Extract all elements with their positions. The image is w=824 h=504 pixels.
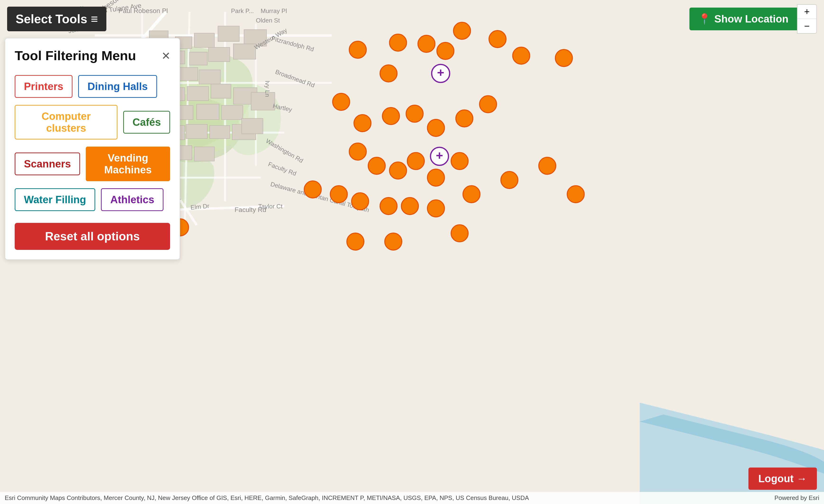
svg-rect-40 xyxy=(221,105,243,120)
svg-rect-23 xyxy=(208,47,230,61)
svg-rect-45 xyxy=(210,126,230,139)
show-location-label: Show Location xyxy=(714,13,789,25)
dining-filter-button[interactable]: Dining Halls xyxy=(78,75,157,98)
filter-row-3: Scanners Vending Machines xyxy=(15,147,170,181)
svg-rect-16 xyxy=(194,33,214,47)
cafes-filter-button[interactable]: Cafés xyxy=(123,111,170,134)
vending-filter-button[interactable]: Vending Machines xyxy=(86,147,170,181)
filter-row-1: Printers Dining Halls xyxy=(15,75,170,98)
reset-button[interactable]: Reset all options xyxy=(15,223,170,250)
attribution-bar: Esri Community Maps Contributors, Mercer… xyxy=(0,492,824,504)
svg-rect-54 xyxy=(242,118,263,134)
zoom-controls: + − xyxy=(797,4,817,34)
show-location-button[interactable]: 📍 Show Location xyxy=(690,8,797,30)
svg-rect-34 xyxy=(211,84,231,98)
filter-menu-title: Tool Filtering Menu xyxy=(15,48,136,63)
svg-rect-22 xyxy=(190,52,207,65)
filter-menu-header: Tool Filtering Menu × xyxy=(15,48,170,63)
svg-rect-28 xyxy=(179,68,198,81)
svg-rect-29 xyxy=(199,70,220,84)
svg-rect-33 xyxy=(187,87,208,101)
svg-rect-17 xyxy=(218,26,239,41)
logout-button[interactable]: Logout → xyxy=(748,468,817,490)
svg-rect-55 xyxy=(251,92,275,110)
svg-rect-39 xyxy=(197,104,219,120)
filter-menu: Tool Filtering Menu × Printers Dining Ha… xyxy=(5,38,180,260)
select-tools-label: Select Tools ≡ xyxy=(16,12,98,26)
location-icon: 📍 xyxy=(698,13,711,25)
attribution-text: Esri Community Maps Contributors, Mercer… xyxy=(5,494,529,502)
svg-text:Park P...: Park P... xyxy=(231,7,254,14)
filter-menu-close-button[interactable]: × xyxy=(162,48,170,63)
svg-text:Olden St: Olden St xyxy=(256,17,280,24)
scanners-filter-button[interactable]: Scanners xyxy=(15,152,80,175)
svg-rect-24 xyxy=(233,44,256,59)
toolbar-right: 📍 Show Location + − xyxy=(690,4,817,34)
filter-row-4: Water Filling Athletics xyxy=(15,188,170,211)
printers-filter-button[interactable]: Printers xyxy=(15,75,73,98)
svg-rect-51 xyxy=(194,147,214,161)
svg-text:Murray Pl: Murray Pl xyxy=(261,7,287,14)
svg-text:Taylor Ct: Taylor Ct xyxy=(258,203,283,210)
powered-by-text: Powered by Esri xyxy=(775,494,819,502)
svg-text:Ivy Ln: Ivy Ln xyxy=(264,81,271,97)
filter-row-2: Computer clusters Cafés xyxy=(15,105,170,139)
athletics-filter-button[interactable]: Athletics xyxy=(101,188,164,211)
zoom-out-button[interactable]: − xyxy=(798,19,816,33)
zoom-in-button[interactable]: + xyxy=(798,5,816,19)
logout-label: Logout → xyxy=(758,473,807,485)
select-tools-button[interactable]: Select Tools ≡ xyxy=(7,7,106,31)
svg-rect-44 xyxy=(186,124,207,139)
water-filter-button[interactable]: Water Filling xyxy=(15,188,95,211)
computer-filter-button[interactable]: Computer clusters xyxy=(15,105,117,139)
